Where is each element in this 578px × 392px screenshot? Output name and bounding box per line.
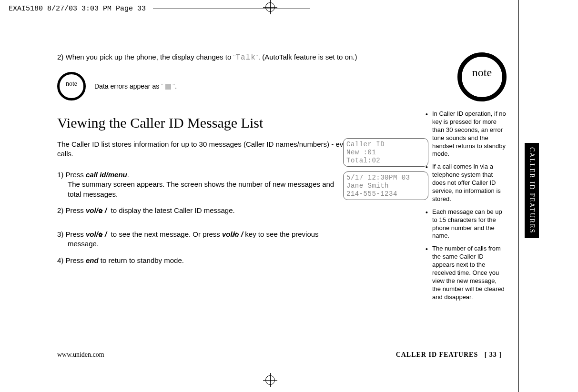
note-icon-large: note <box>457 52 507 101</box>
step-1: 1) Press call id/menu. The summary scree… <box>57 170 335 199</box>
step-2-autotalk: 2) When you pick up the phone, the displ… <box>57 52 395 63</box>
key-vol: vol/ <box>86 206 98 214</box>
lcd-summary-screen: Caller ID New :01 Total:02 <box>343 138 428 167</box>
inline-note: note Data errors appear as ¨ ¨. <box>57 72 395 101</box>
data-error-square-icon <box>165 84 171 90</box>
note-bullet: Each message can be up to 15 characters … <box>426 208 507 241</box>
lcd-line: Jane Smith <box>346 182 425 190</box>
footer-url: www.uniden.com <box>57 351 104 359</box>
key-call-id-menu: call id/menu <box>86 171 127 179</box>
lcd-line: New :01 <box>346 149 425 157</box>
data-errors-text: Data errors appear as ¨ ¨. <box>94 82 177 90</box>
lcd-line: Caller ID <box>346 141 425 149</box>
lcd-line: 5/17 12:30PM 03 <box>346 174 425 182</box>
step-3: 3) Press vol/✿ / ∨ to see the next messa… <box>57 230 335 249</box>
note-icon: note <box>57 72 86 101</box>
key-end: end <box>86 256 99 264</box>
registration-mark-bottom <box>265 375 275 385</box>
footer-section-label: CALLER ID FEATURES <box>396 351 478 358</box>
step-1-desc: The summary screen appears. The screen s… <box>68 180 334 198</box>
page-footer: www.uniden.com CALLER ID FEATURES [ 33 ] <box>57 351 502 359</box>
note-bullet: If a call comes in via a telephone syste… <box>426 163 507 203</box>
talk-display-text: Talk <box>235 53 255 62</box>
section-title: Viewing the Caller ID Message List <box>57 115 395 131</box>
step-4: 4) Press end to return to standby mode. <box>57 256 335 265</box>
lcd-line: 214-555-1234 <box>346 190 425 198</box>
footer-right: CALLER ID FEATURES [ 33 ] <box>396 351 502 359</box>
lcd-message-screen: 5/17 12:30PM 03 Jane Smith 214-555-1234 <box>343 171 428 200</box>
note-bullet: The number of calls from the same Caller… <box>426 245 507 301</box>
prepress-slug: EXAI5180 8/27/03 3:03 PM Page 33 <box>9 5 146 13</box>
sidebar-notes: note In Caller ID operation, if no key i… <box>426 52 507 306</box>
step-2: 2) Press vol/✿ / ∨ to display the latest… <box>57 206 335 215</box>
footer-page-number: [ 33 ] <box>485 351 502 358</box>
lcd-line: Total:02 <box>346 157 425 165</box>
prepress-header: EXAI5180 8/27/03 3:03 PM Page 33 <box>9 5 310 13</box>
note-bullet: In Caller ID operation, if no key is pre… <box>426 110 507 158</box>
side-section-tab: CALLER ID FEATURES <box>525 143 539 238</box>
